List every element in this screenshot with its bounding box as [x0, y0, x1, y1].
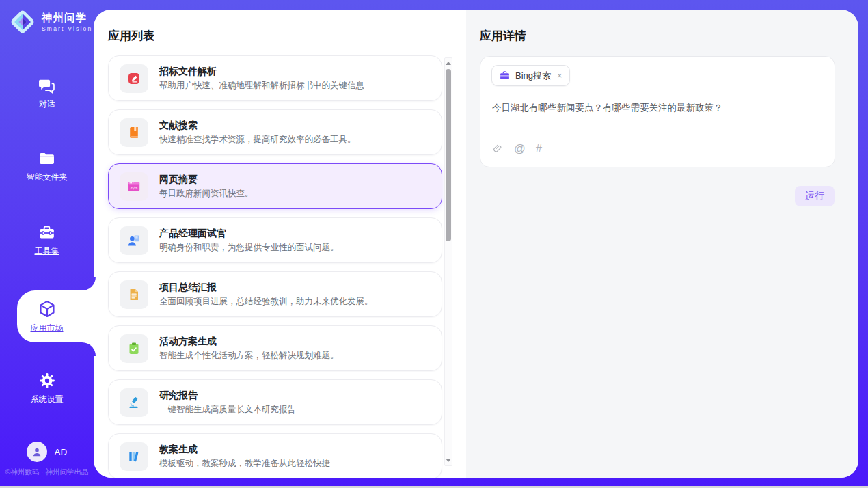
- folder-icon: [38, 150, 56, 168]
- sidebar-footer: ©神州数码 · 神州问学出品: [0, 467, 94, 477]
- app-name: 产品经理面试官: [159, 228, 339, 240]
- scroll-down-icon[interactable]: [446, 459, 451, 462]
- app-card-activity-plan[interactable]: 活动方案生成 智能生成个性化活动方案，轻松解决规划难题。: [108, 325, 442, 371]
- pm-interviewer-icon: [126, 232, 142, 249]
- attachment-toolbar: @ #: [492, 143, 542, 154]
- app-description: 模板驱动，教案秒成，教学准备从此轻松快捷: [159, 458, 330, 470]
- app-detail-title: 应用详情: [480, 28, 526, 44]
- sidebar-item-label: 应用市场: [0, 323, 94, 334]
- app-name: 网页摘要: [159, 174, 254, 186]
- user-name: AD: [55, 447, 68, 457]
- brand-diamond-icon: [8, 8, 37, 36]
- sidebar-item-label: 系统设置: [0, 394, 94, 405]
- app-description: 帮助用户快速、准确地理解和解析招标书中的关键信息: [159, 80, 364, 92]
- content-panel: 应用列表 招标文件解析 帮助用户快速、准确地理解和解析招标书中的关键信息: [94, 10, 858, 478]
- icon-box: [120, 226, 148, 255]
- gear-icon: [38, 371, 57, 390]
- webpage-summary-icon: </>: [126, 178, 142, 195]
- sidebar-item-label: 工具集: [0, 245, 94, 257]
- app-card-pm-interviewer[interactable]: 产品经理面试官 明确身份和职责，为您提供专业性的面试问题。: [108, 217, 442, 263]
- app-card-literature-search[interactable]: 文献搜索 快速精准查找学术资源，提高研究效率的必备工具。: [108, 109, 442, 155]
- tag-close-icon[interactable]: ×: [557, 71, 562, 80]
- lesson-plan-icon: [126, 448, 142, 465]
- sidebar-item-chat[interactable]: 对话: [0, 77, 94, 110]
- app-description: 快速精准查找学术资源，提高研究效率的必备工具。: [159, 134, 356, 146]
- app-name: 研究报告: [159, 390, 296, 402]
- cube-icon: [37, 299, 57, 319]
- mention-icon[interactable]: @: [514, 143, 526, 154]
- app-name: 活动方案生成: [159, 336, 339, 348]
- app-description: 一键智能生成高质量长文本研究报告: [159, 404, 296, 416]
- hash-icon[interactable]: #: [536, 143, 542, 154]
- app-name: 文献搜索: [159, 120, 356, 132]
- sidebar-item-smart-folders[interactable]: 智能文件夹: [0, 150, 94, 183]
- app-card-lesson-plan[interactable]: 教案生成 模板驱动，教案秒成，教学准备从此轻松快捷: [108, 433, 442, 478]
- user-account[interactable]: AD: [0, 442, 94, 462]
- research-report-icon: [126, 394, 142, 411]
- literature-search-icon: [126, 124, 142, 141]
- icon-box: [120, 334, 148, 363]
- app-description: 明确身份和职责，为您提供专业性的面试问题。: [159, 242, 339, 254]
- sidebar-item-label: 智能文件夹: [0, 172, 94, 183]
- list-scrollbar[interactable]: [444, 57, 452, 466]
- app-name: 教案生成: [159, 444, 330, 456]
- brand-name: 神州问学: [42, 12, 92, 23]
- scrollbar-thumb[interactable]: [446, 69, 451, 241]
- app-card-list: 招标文件解析 帮助用户快速、准确地理解和解析招标书中的关键信息 文献搜索: [108, 55, 442, 478]
- avatar: [27, 442, 47, 462]
- icon-box: [120, 118, 148, 147]
- icon-box: [120, 388, 148, 417]
- app-name: 项目总结汇报: [159, 282, 373, 294]
- sidebar-item-settings[interactable]: 系统设置: [0, 371, 94, 405]
- chat-icon: [38, 77, 56, 95]
- tool-tag-label: Bing搜索: [515, 70, 551, 82]
- icon-box: [120, 442, 148, 471]
- app-description: 智能生成个性化活动方案，轻松解决规划难题。: [159, 350, 339, 362]
- app-card-project-summary[interactable]: 项目总结汇报 全面回顾项目进展，总结经验教训，助力未来优化发展。: [108, 271, 442, 317]
- paperclip-icon[interactable]: [492, 143, 504, 154]
- app-list-pane: 应用列表 招标文件解析 帮助用户快速、准确地理解和解析招标书中的关键信息: [94, 10, 466, 478]
- activity-plan-icon: [126, 340, 142, 357]
- user-bust-icon: [30, 445, 44, 459]
- icon-box: </>: [120, 172, 148, 201]
- sidebar-item-label: 对话: [0, 98, 94, 110]
- icon-box: [120, 64, 148, 93]
- app-window: 神州问学 Smart Vision 对话 智能文件夹 工具集: [0, 0, 868, 488]
- prompt-card[interactable]: Bing搜索 × 今日湖北有哪些新闻要点？有哪些需要关注的最新政策？ @ #: [480, 56, 835, 167]
- icon-box: [120, 280, 148, 309]
- briefcase-icon: [499, 70, 511, 81]
- bubble-fillet-bottom: [82, 342, 96, 356]
- app-card-research-report[interactable]: 研究报告 一键智能生成高质量长文本研究报告: [108, 379, 442, 425]
- app-card-tender-analysis[interactable]: 招标文件解析 帮助用户快速、准确地理解和解析招标书中的关键信息: [108, 55, 442, 101]
- app-detail-pane: 应用详情 Bing搜索 × 今日湖北有哪些新闻要点？有哪些需要关注的最新政策？: [466, 10, 858, 478]
- app-description: 全面回顾项目进展，总结经验教训，助力未来优化发展。: [159, 296, 373, 308]
- bubble-fillet-top: [82, 277, 96, 290]
- svg-text:</>: </>: [131, 185, 138, 189]
- app-card-webpage-summary[interactable]: </> 网页摘要 每日政府新闻资讯快查。: [108, 163, 442, 209]
- sidebar-item-toolset[interactable]: 工具集: [0, 223, 94, 257]
- project-summary-icon: [126, 286, 142, 303]
- tender-analysis-icon: [126, 70, 142, 87]
- run-button[interactable]: 运行: [795, 186, 835, 206]
- app-name: 招标文件解析: [159, 66, 364, 78]
- tool-tag-bing-search[interactable]: Bing搜索 ×: [491, 65, 570, 86]
- app-list-title: 应用列表: [108, 28, 154, 44]
- toolbox-icon: [38, 223, 56, 242]
- scroll-up-icon[interactable]: [446, 62, 451, 65]
- query-text[interactable]: 今日湖北有哪些新闻要点？有哪些需要关注的最新政策？: [492, 102, 824, 114]
- brand-logo: 神州问学 Smart Vision: [8, 8, 92, 36]
- brand-subtitle: Smart Vision: [42, 25, 92, 32]
- app-description: 每日政府新闻资讯快查。: [159, 188, 254, 200]
- sidebar-item-app-market[interactable]: 应用市场: [0, 299, 94, 334]
